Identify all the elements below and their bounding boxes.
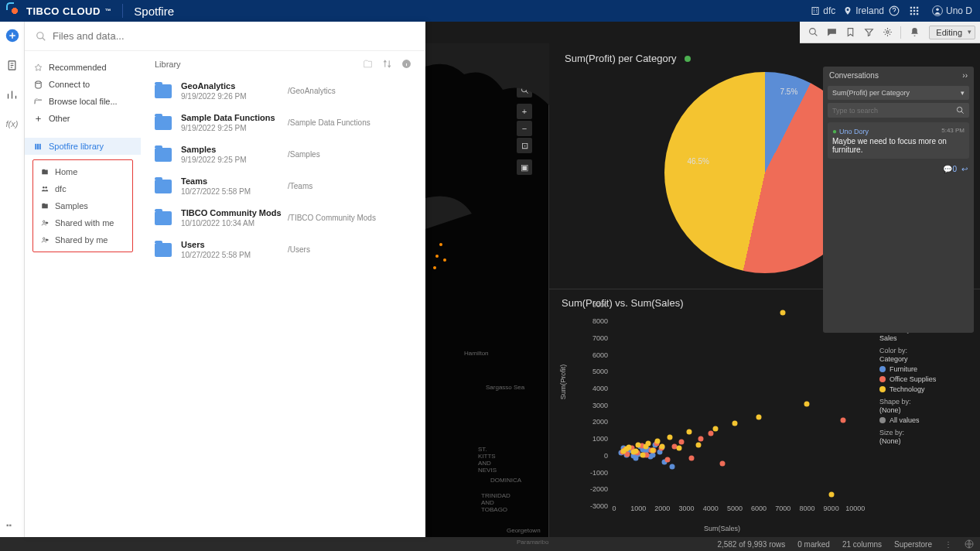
collapse-icon[interactable]: ▪▪ [6, 521, 12, 529]
map-visualization[interactable]: + − ⊡ ▣ Hamilton Sargasso Sea ST. KITTS … [425, 43, 549, 537]
library-folder[interactable]: Samples9/19/2022 9:25 PM/Samples [155, 139, 411, 170]
conversations-panel: × + Conversations›› Sum(Profit) per Cate… [823, 67, 974, 333]
logo-icon [8, 4, 22, 18]
nav-connect[interactable]: Connect to [25, 76, 141, 93]
visualizations-icon[interactable] [5, 87, 20, 102]
info-icon[interactable] [401, 59, 411, 69]
nav-library[interactable]: Spotfire library [25, 138, 141, 155]
status-marked: 0 marked [797, 540, 830, 549]
svg-point-29 [435, 255, 439, 258]
nav-dfc[interactable]: dfc [33, 180, 132, 197]
data-point[interactable] [804, 401, 810, 406]
nav-shared-by[interactable]: Shared by me [33, 231, 132, 248]
library-folder[interactable]: Teams10/27/2022 5:58 PM/Teams [155, 170, 411, 202]
data-point[interactable] [679, 439, 685, 444]
nav-home[interactable]: Home [33, 163, 132, 180]
library-folder[interactable]: GeoAnalytics9/19/2022 9:26 PM/GeoAnalyti… [155, 75, 411, 107]
brand-text: TIBCO CLOUD [26, 5, 101, 17]
legend-tech[interactable]: Technology [879, 385, 965, 393]
library-subnav: Home dfc Samples Shared with me Shared b… [32, 159, 133, 252]
search-input[interactable] [53, 30, 415, 42]
nav-shared-with[interactable]: Shared with me [33, 214, 132, 231]
status-rows: 2,582 of 9,993 rows [717, 540, 785, 549]
data-point[interactable] [696, 443, 702, 448]
data-point[interactable] [667, 434, 672, 440]
fx-icon[interactable]: f(x) [5, 116, 20, 132]
add-button[interactable] [5, 28, 20, 43]
svg-rect-19 [39, 143, 41, 149]
data-point[interactable] [633, 449, 639, 454]
user-menu[interactable]: Uno D [932, 5, 972, 16]
org-selector[interactable]: dfc [811, 5, 835, 16]
data-point[interactable] [660, 444, 665, 450]
annotation-indicator-icon[interactable] [685, 56, 691, 62]
legend-furniture[interactable]: Furniture [879, 365, 965, 373]
data-point[interactable] [841, 418, 846, 423]
data-point[interactable] [708, 431, 713, 436]
svg-rect-10 [917, 13, 918, 15]
search-tool-icon[interactable] [804, 24, 821, 41]
folder-open-icon [34, 98, 43, 106]
conversation-scope-selector[interactable]: Sum(Profit) per Category [828, 86, 969, 100]
data-point[interactable] [732, 421, 737, 426]
svg-rect-7 [917, 10, 918, 12]
filter-tool-icon[interactable] [860, 24, 877, 41]
search-bar[interactable] [25, 22, 425, 51]
brand-logo[interactable]: TIBCO CLOUD ™ [8, 4, 111, 18]
comment-tool-icon[interactable] [823, 24, 840, 41]
nav-browse[interactable]: Browse local file... [25, 93, 141, 110]
bookmark-tool-icon[interactable] [842, 24, 859, 41]
status-globe-icon[interactable] [965, 539, 974, 549]
conversations-title: Conversations [829, 71, 879, 80]
notifications-icon[interactable] [906, 24, 923, 41]
data-point[interactable] [640, 453, 646, 458]
conversation-message[interactable]: ●Uno Dory 5:43 PM Maybe we need to focus… [828, 122, 969, 159]
data-point[interactable] [643, 443, 648, 449]
data-point[interactable] [669, 464, 674, 469]
data-point[interactable] [698, 436, 704, 441]
data-point[interactable] [712, 426, 718, 431]
nav-samples[interactable]: Samples [33, 197, 132, 214]
reply-count[interactable]: 💬0 [943, 165, 957, 173]
data-point[interactable] [756, 414, 762, 419]
data-point[interactable] [636, 443, 641, 448]
status-menu-icon[interactable]: ⋮ [944, 540, 952, 549]
pie-chart[interactable]: Sum(Profit) per Category 7.5% 46.0% 46.5… [549, 43, 980, 289]
data-point[interactable] [677, 446, 682, 451]
library-folder[interactable]: Users10/27/2022 5:58 PM/Users [155, 234, 411, 265]
conversation-search[interactable] [828, 103, 969, 118]
svg-rect-18 [37, 143, 39, 149]
expand-icon[interactable]: ›› [962, 71, 968, 80]
nav-recommended[interactable]: Recommended [25, 59, 141, 76]
view-icon[interactable] [363, 59, 373, 69]
files-icon[interactable] [5, 57, 20, 73]
reply-icon[interactable]: ↩ [961, 165, 968, 173]
data-point[interactable] [650, 447, 655, 453]
help-icon[interactable] [884, 1, 904, 21]
nav-other[interactable]: Other [25, 110, 141, 127]
data-point[interactable] [828, 492, 834, 498]
legend-all[interactable]: All values [879, 416, 965, 424]
library-folder[interactable]: TIBCO Community Mods10/10/2022 10:34 AM/… [155, 202, 411, 234]
legend-office[interactable]: Office Supplies [879, 375, 965, 383]
sort-icon[interactable] [382, 59, 392, 69]
region-selector[interactable]: Ireland [843, 5, 884, 16]
data-point[interactable] [720, 460, 726, 466]
settings-tool-icon[interactable] [879, 24, 896, 41]
svg-rect-0 [812, 8, 818, 15]
plot-area[interactable] [614, 305, 879, 504]
svg-rect-17 [35, 143, 36, 149]
data-point[interactable] [780, 310, 786, 316]
library-icon [34, 142, 43, 151]
library-folder[interactable]: Sample Data Functions9/19/2022 9:25 PM/S… [155, 107, 411, 139]
data-point[interactable] [686, 430, 691, 435]
data-point[interactable] [650, 453, 655, 458]
data-point[interactable] [688, 456, 694, 461]
apps-icon[interactable] [904, 1, 924, 21]
svg-point-21 [45, 187, 47, 189]
svg-point-15 [37, 32, 43, 38]
mode-selector[interactable]: Editing [929, 26, 975, 39]
data-point[interactable] [655, 438, 661, 443]
data-point[interactable] [623, 446, 629, 451]
data-point[interactable] [664, 457, 670, 463]
